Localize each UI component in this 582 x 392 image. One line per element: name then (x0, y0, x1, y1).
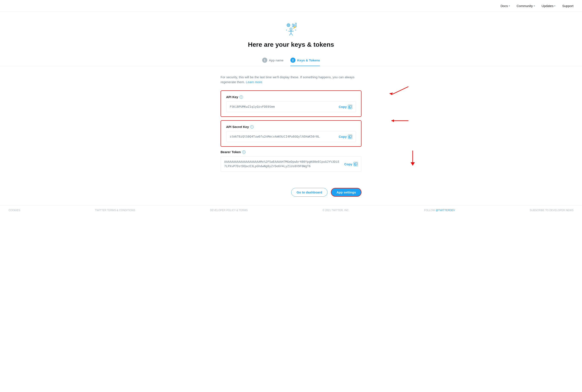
app-settings-button[interactable]: App settings (331, 188, 362, 197)
bearer-token-section: Bearer Token i AAAAAAAAAAAAAAAAAAAAMx%2F… (220, 150, 362, 172)
security-note: For security, this will be the last time… (220, 75, 362, 84)
api-key-value-box: FSKiBPUMKwZ1q1yQzvFDE0Smm Copy (226, 101, 356, 112)
step-2-circle: 2 (290, 58, 296, 63)
api-key-value: FSKiBPUMKwZ1q1yQzvFDE0Smm (230, 104, 335, 109)
api-key-info-icon[interactable]: i (239, 95, 243, 99)
svg-line-8 (289, 33, 291, 36)
svg-text:✦: ✦ (286, 29, 287, 31)
nav-updates-chevron: ▾ (554, 5, 555, 7)
bearer-token-value-box: AAAAAAAAAAAAAAAAAAAAMx%2FSwEAAAAH7MGeDpw… (220, 156, 362, 172)
arrow-bearer (406, 148, 419, 170)
step-1-label: App name (269, 58, 283, 62)
api-secret-key-value: stmkT6zQtS0Q4Tuw6fu2nMecvAmK9zCI4Pu6GQyl… (230, 134, 335, 139)
bearer-token-value: AAAAAAAAAAAAAAAAAAAAMx%2FSwEAAAAH7MGeDpw… (224, 160, 341, 168)
svg-text:✦: ✦ (295, 29, 296, 31)
api-secret-key-label: API Secret Key i (226, 125, 356, 128)
svg-point-1 (288, 24, 289, 26)
svg-line-25 (391, 86, 408, 95)
svg-marker-28 (391, 120, 394, 122)
nav-support[interactable]: Support (562, 4, 573, 8)
nav-community-chevron: ▾ (534, 5, 535, 7)
page-title: Here are your keys & tokens (4, 41, 578, 48)
api-secret-key-value-box: stmkT6zQtS0Q4Tuw6fu2nMecvAmK9zCI4Pu6GQyl… (226, 131, 356, 142)
nav-community[interactable]: Community ▾ (517, 4, 535, 8)
hero-icon: ✦ ✦ 🔑 (282, 20, 300, 38)
api-key-copy-button[interactable]: Copy (339, 105, 353, 109)
learn-more-link[interactable]: Learn more (246, 80, 262, 84)
nav-docs[interactable]: Docs ▾ (501, 4, 510, 8)
api-secret-copy-icon (348, 134, 352, 139)
svg-line-9 (291, 33, 293, 36)
footer-subscribe[interactable]: SUBSCRIBE TO DEVELOPER NEWS (530, 209, 573, 212)
navigation: Docs ▾ Community ▾ Updates ▾ Support (0, 0, 582, 12)
step-2-label: Keys & Tokens (297, 58, 320, 62)
svg-text:🔑: 🔑 (293, 26, 296, 29)
step-2: 2 Keys & Tokens (290, 58, 320, 66)
api-key-label: API Key i (226, 95, 356, 99)
step-1-circle: 1 (262, 58, 267, 63)
footer-follow: FOLLOW @TWITTERDEV (424, 209, 455, 212)
nav-updates-label: Updates (542, 4, 554, 8)
steps-nav: 1 App name 2 Keys & Tokens (0, 58, 582, 66)
bearer-token-label: Bearer Token i (220, 150, 362, 154)
footer-cookies[interactable]: COOKIES (9, 209, 20, 212)
svg-marker-26 (389, 92, 393, 95)
footer: COOKIES TWITTER TERMS & CONDITIONS DEVEL… (0, 205, 582, 215)
nav-updates[interactable]: Updates ▾ (542, 4, 555, 8)
api-secret-key-section: API Secret Key i stmkT6zQtS0Q4Tuw6fu2nMe… (220, 120, 362, 147)
bearer-copy-icon (354, 162, 358, 166)
footer-copyright: © 2021 TWITTER, INC. (323, 209, 350, 212)
nav-docs-label: Docs (501, 4, 508, 8)
nav-community-label: Community (517, 4, 533, 8)
hero-section: ✦ ✦ 🔑 Here are your keys & tokens (0, 12, 582, 58)
footer-terms[interactable]: TWITTER TERMS & CONDITIONS (95, 209, 135, 212)
bearer-token-info-icon[interactable]: i (242, 150, 245, 154)
nav-docs-chevron: ▾ (509, 5, 510, 7)
arrow-api-secret (385, 116, 411, 125)
bottom-actions: Go to dashboard App settings (216, 188, 366, 205)
go-to-dashboard-button[interactable]: Go to dashboard (291, 188, 328, 197)
footer-developer-policy[interactable]: DEVELOPER POLICY & TERMS (210, 209, 248, 212)
api-secret-key-copy-button[interactable]: Copy (339, 134, 353, 139)
svg-marker-30 (411, 162, 415, 166)
footer-twitter-link[interactable]: @TWITTERDEV (436, 209, 455, 212)
arrow-api-key (385, 84, 411, 97)
api-key-copy-icon (348, 105, 352, 109)
nav-support-label: Support (562, 4, 573, 8)
api-key-section: API Key i FSKiBPUMKwZ1q1yQzvFDE0Smm Copy (220, 90, 362, 117)
main-content: For security, this will be the last time… (216, 66, 366, 188)
step-1: 1 App name (262, 58, 283, 63)
svg-point-5 (290, 28, 292, 30)
bearer-token-copy-button[interactable]: Copy (344, 162, 358, 166)
svg-point-0 (287, 24, 290, 27)
api-secret-key-info-icon[interactable]: i (250, 125, 254, 128)
